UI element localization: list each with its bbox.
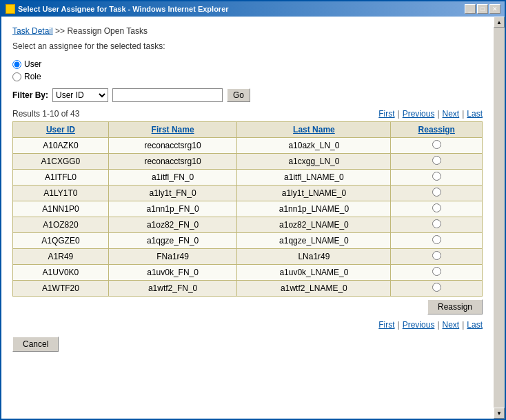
breadcrumb-link[interactable]: Task Detail (12, 26, 53, 36)
cell-userid: A1LY1T0 (13, 186, 109, 201)
role-radio-item: Role (12, 72, 483, 81)
cell-userid: A1WTF20 (13, 281, 109, 297)
cell-firstname: a1uv0k_FN_0 (108, 265, 237, 281)
scroll-track[interactable] (494, 28, 505, 408)
cell-lastname: a1wtf2_LNAME_0 (237, 281, 391, 297)
cell-reassign (391, 249, 483, 265)
scroll-up-button[interactable]: ▲ (494, 17, 505, 28)
table-row: A1R49FNa1r49LNa1r49 (13, 249, 483, 265)
cell-reassign (391, 138, 483, 154)
cell-firstname: a1wtf2_FN_0 (108, 281, 237, 297)
results-info: Results 1-10 of 43 First | Previous | Ne… (12, 109, 483, 119)
user-radio-item: User (12, 59, 483, 69)
cell-reassign (391, 201, 483, 217)
main-window: Select User Assignee for Task - Windows … (0, 0, 506, 420)
cell-lastname: LNa1r49 (237, 249, 391, 265)
reassign-radio[interactable] (432, 251, 441, 260)
reassign-btn-area: Reassign (12, 297, 483, 317)
cell-firstname: a1itfl_FN_0 (108, 170, 237, 186)
first-link-bottom[interactable]: First (378, 320, 394, 330)
table-body: A10AZK0reconacctsrg10a10azk_LN_0A1CXGG0r… (13, 138, 483, 297)
cell-lastname: a1cxgg_LN_0 (237, 154, 391, 170)
page-content: Task Detail >> Reassign Open Tasks Selec… (1, 17, 494, 419)
table-row: A10AZK0reconacctsrg10a10azk_LN_0 (13, 138, 483, 154)
cell-firstname: a1ly1t_FN_0 (108, 186, 237, 201)
breadcrumb: Task Detail >> Reassign Open Tasks (12, 26, 483, 36)
last-link-top[interactable]: Last (467, 109, 483, 119)
next-link-top[interactable]: Next (443, 109, 460, 119)
cell-lastname: a1nn1p_LNAME_0 (237, 201, 391, 217)
cell-userid: A1UV0K0 (13, 265, 109, 281)
reassign-radio[interactable] (432, 219, 441, 228)
first-link-top[interactable]: First (378, 109, 394, 119)
cell-userid: A1QGZE0 (13, 233, 109, 249)
cell-firstname: reconacctsrg10 (108, 138, 237, 154)
reassign-radio[interactable] (432, 172, 441, 181)
cell-firstname: a1oz82_FN_0 (108, 217, 237, 233)
cell-reassign (391, 170, 483, 186)
reassign-radio[interactable] (432, 140, 441, 149)
results-count: Results 1-10 of 43 (12, 109, 79, 119)
title-controls: _ □ ✕ (465, 4, 500, 14)
cell-lastname: a1itfl_LNAME_0 (237, 170, 391, 186)
go-button[interactable]: Go (227, 88, 250, 102)
cell-userid: A10AZK0 (13, 138, 109, 154)
role-radio-label: Role (24, 72, 41, 81)
reassign-radio[interactable] (432, 156, 441, 165)
previous-link-top[interactable]: Previous (403, 109, 435, 119)
scroll-down-button[interactable]: ▼ (494, 408, 505, 419)
cell-userid: A1ITFL0 (13, 170, 109, 186)
col-userid[interactable]: User ID (13, 122, 109, 138)
minimize-button[interactable]: _ (465, 4, 476, 14)
title-bar: Select User Assignee for Task - Windows … (1, 1, 505, 17)
reassign-radio[interactable] (432, 203, 441, 212)
cell-reassign (391, 217, 483, 233)
user-table: User ID First Name Last Name Reassign A1… (12, 121, 483, 297)
cell-reassign (391, 186, 483, 201)
bottom-pagination: First | Previous | Next | Last (12, 320, 483, 330)
previous-link-bottom[interactable]: Previous (403, 320, 435, 330)
user-radio-label: User (24, 59, 41, 69)
cell-firstname: FNa1r49 (108, 249, 237, 265)
close-button[interactable]: ✕ (489, 4, 500, 14)
cell-firstname: a1qgze_FN_0 (108, 233, 237, 249)
last-link-bottom[interactable]: Last (467, 320, 483, 330)
cell-userid: A1CXGG0 (13, 154, 109, 170)
table-row: A1ITFL0a1itfl_FN_0a1itfl_LNAME_0 (13, 170, 483, 186)
scrollbar-area: Task Detail >> Reassign Open Tasks Selec… (1, 17, 505, 419)
col-firstname[interactable]: First Name (108, 122, 237, 138)
filter-input[interactable] (112, 88, 223, 102)
role-radio[interactable] (12, 72, 21, 81)
reassign-radio[interactable] (432, 283, 441, 292)
cancel-button[interactable]: Cancel (12, 337, 59, 352)
cell-firstname: a1nn1p_FN_0 (108, 201, 237, 217)
instructions-label: Select an assignee for the selected task… (12, 41, 483, 51)
cell-lastname: a1oz82_LNAME_0 (237, 217, 391, 233)
filter-select[interactable]: User ID First Name Last Name (52, 88, 108, 102)
breadcrumb-separator: >> (55, 26, 65, 36)
cell-userid: A1R49 (13, 249, 109, 265)
filter-label: Filter By: (12, 90, 48, 100)
col-reassign: Reassign (391, 122, 483, 138)
table-row: A1CXGG0reconacctsrg10a1cxgg_LN_0 (13, 154, 483, 170)
reassign-radio[interactable] (432, 188, 441, 197)
cell-reassign (391, 281, 483, 297)
cell-userid: A1NN1P0 (13, 201, 109, 217)
col-lastname[interactable]: Last Name (237, 122, 391, 138)
cell-lastname: a1qgze_LNAME_0 (237, 233, 391, 249)
table-row: A1NN1P0a1nn1p_FN_0a1nn1p_LNAME_0 (13, 201, 483, 217)
reassign-radio[interactable] (432, 267, 441, 276)
next-link-bottom[interactable]: Next (443, 320, 460, 330)
table-row: A1QGZE0a1qgze_FN_0a1qgze_LNAME_0 (13, 233, 483, 249)
assignee-type-group: User Role (12, 59, 483, 81)
cell-userid: A1OZ820 (13, 217, 109, 233)
reassign-button[interactable]: Reassign (427, 299, 483, 314)
table-header: User ID First Name Last Name Reassign (13, 122, 483, 138)
reassign-radio[interactable] (432, 235, 441, 244)
table-row: A1OZ820a1oz82_FN_0a1oz82_LNAME_0 (13, 217, 483, 233)
restore-button[interactable]: □ (477, 4, 488, 14)
window-title: Select User Assignee for Task - Windows … (18, 5, 229, 13)
table-row: A1UV0K0a1uv0k_FN_0a1uv0k_LNAME_0 (13, 265, 483, 281)
user-radio[interactable] (12, 60, 21, 69)
cell-reassign (391, 233, 483, 249)
